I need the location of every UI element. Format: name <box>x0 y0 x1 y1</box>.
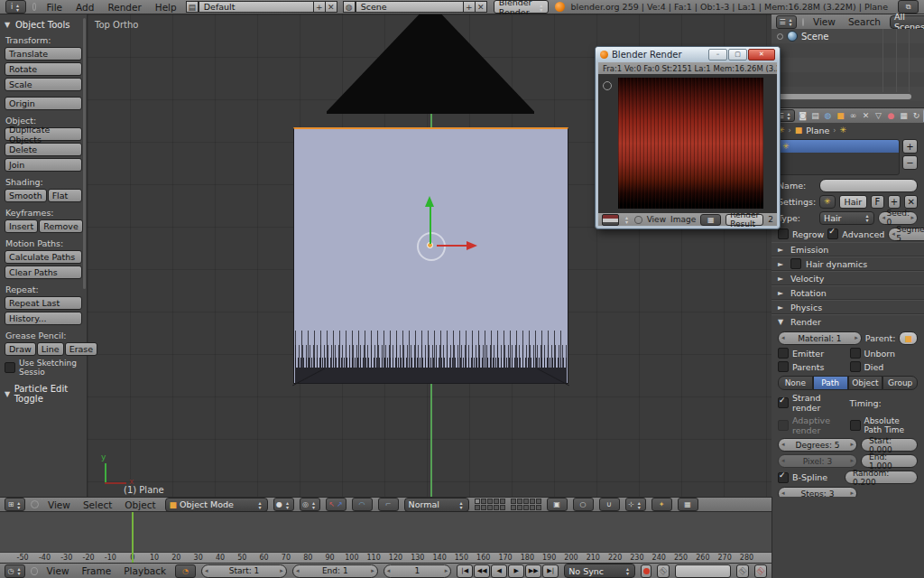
collapse-menus-dot[interactable] <box>802 18 804 26</box>
playback-button[interactable]: ▶ <box>508 564 524 578</box>
properties-tab-icon[interactable]: ✕ <box>860 109 872 122</box>
unlink-settings-button[interactable]: ✕ <box>904 195 918 209</box>
settings-name-field[interactable]: Hair <box>839 195 868 209</box>
keying-set-field[interactable] <box>675 564 731 578</box>
scenes-filter-dropdown[interactable]: All Scenes <box>890 15 924 29</box>
fake-user-button[interactable]: F <box>871 195 884 209</box>
image-datablock-name[interactable]: Render Result <box>725 214 763 226</box>
absolute-path-time-checkbox[interactable]: Absolute Path Time <box>850 416 919 434</box>
playback-button[interactable]: |◀ <box>457 564 473 578</box>
bspline-checkbox[interactable]: B-Spline <box>778 472 841 483</box>
random-field[interactable]: Random: 0.200 <box>845 471 918 484</box>
panel-render[interactable]: ▼ Render <box>772 314 924 328</box>
type-dropdown[interactable]: Hair <box>819 211 874 225</box>
playback-button[interactable]: ◀ <box>491 564 507 578</box>
parents-checkbox[interactable]: Parents <box>778 361 846 372</box>
remove-keyframe-button[interactable]: Remove <box>39 219 83 233</box>
delete-scene-button[interactable]: ✕ <box>475 1 487 13</box>
pivot-point-dropdown[interactable]: ◎ <box>300 498 320 511</box>
settings-browse-icon[interactable]: ✳ <box>819 195 836 209</box>
start-frame-field[interactable]: ◂Start: 1▸ <box>201 564 287 578</box>
menu-render[interactable]: Render <box>104 2 144 13</box>
render-engine-dropdown[interactable]: Blender Render <box>494 0 549 14</box>
layers-grid-left[interactable] <box>475 499 505 510</box>
playback-button[interactable]: ▶| <box>542 564 559 578</box>
calculate-paths-button[interactable]: Calculate Paths <box>5 250 82 264</box>
insert-keyframe-icon[interactable]: ⚿ <box>736 564 749 578</box>
delete-layout-button[interactable]: ✕ <box>325 1 337 13</box>
outliner-scrollbar[interactable] <box>775 94 911 99</box>
manipulator-y-axis[interactable] <box>430 206 431 244</box>
current-frame-field[interactable]: ◂1▸ <box>383 564 452 578</box>
manipulator-translate-icon[interactable]: ↖↗ <box>326 498 346 511</box>
scene-name[interactable]: Scene <box>356 1 464 13</box>
scene-icon[interactable]: ◍ <box>343 1 356 13</box>
menu-object[interactable]: Object <box>121 499 159 510</box>
editor-type-3dview-icon[interactable]: ⊞ <box>5 498 25 511</box>
repeat-last-button[interactable]: Repeat Last <box>5 296 82 310</box>
time-icon[interactable]: ◔ <box>175 564 196 578</box>
emitter-checkbox[interactable]: Emitter <box>778 348 846 359</box>
properties-tab-icon[interactable]: ↻ <box>910 109 922 122</box>
died-checkbox[interactable]: Died <box>850 361 919 372</box>
record-button[interactable] <box>641 564 651 578</box>
lock-to-scene-icon[interactable]: ▣ <box>547 498 568 511</box>
particle-system-slot-selected[interactable]: ✳ <box>779 140 899 153</box>
collapse-menus-dot[interactable] <box>634 216 642 224</box>
manipulator-scale-icon[interactable]: ⌐ <box>378 498 399 511</box>
use-sketching-checkbox[interactable] <box>5 362 15 373</box>
sync-dropdown[interactable]: No Sync <box>564 564 635 578</box>
rotate-button[interactable]: Rotate <box>5 62 82 76</box>
menu-playback[interactable]: Playback <box>120 565 170 576</box>
render-window-titlebar[interactable]: Blender Render – ▢ ✕ <box>596 47 780 61</box>
menu-search[interactable]: Search <box>845 16 884 27</box>
render-opengl-icon[interactable]: ✦ <box>651 498 672 511</box>
menu-view[interactable]: View <box>809 16 839 27</box>
panel-hair-dynamics[interactable]: ► Hair dynamics <box>772 256 924 271</box>
breadcrumb-object[interactable]: Plane <box>806 126 829 135</box>
collapse-menus-dot[interactable] <box>32 3 36 11</box>
menu-image[interactable]: Image <box>670 215 696 224</box>
expand-icon[interactable] <box>777 33 783 40</box>
erase-button[interactable]: Erase <box>65 342 98 356</box>
material-slider[interactable]: ◂Material: 1▸ <box>778 331 862 345</box>
editor-type-info-icon[interactable]: i <box>5 0 26 14</box>
screen-layout-icon[interactable]: ▤ <box>186 1 199 13</box>
proportional-edit-icon[interactable]: ○ <box>573 498 594 511</box>
menu-file[interactable]: File <box>42 2 66 13</box>
advanced-checkbox[interactable]: Advanced <box>827 228 884 239</box>
menu-view[interactable]: View <box>647 215 666 224</box>
render-window[interactable]: Blender Render – ▢ ✕ Fra:1 Ve:0 Fa:0 St:… <box>595 46 781 229</box>
seed-field[interactable]: ◂Seed: 0▸ <box>878 211 918 225</box>
panel-physics[interactable]: ► Physics <box>772 300 924 314</box>
timeline-ruler[interactable]: -50-40-30-20-100102030405060708090100110… <box>0 552 772 563</box>
menu-view[interactable]: View <box>43 565 73 576</box>
name-input[interactable] <box>819 179 918 192</box>
manipulator-rotate-icon[interactable]: ◠ <box>352 498 373 511</box>
insert-keyframe-button[interactable]: Insert <box>5 219 38 233</box>
camera-object[interactable] <box>327 14 534 114</box>
menu-frame[interactable]: Frame <box>79 565 116 576</box>
add-layout-button[interactable]: + <box>313 1 326 13</box>
parent-field[interactable]: ■ <box>899 331 918 345</box>
origin-button[interactable]: Origin <box>5 97 82 110</box>
end-field[interactable]: End: 1.000 <box>861 454 918 468</box>
collapse-menus-dot[interactable] <box>31 500 39 508</box>
history-button[interactable]: History... <box>5 312 82 325</box>
panel-velocity[interactable]: ► Velocity <box>772 271 924 285</box>
start-field[interactable]: Start: 0.000 <box>861 438 918 452</box>
editor-type-outliner-icon[interactable]: ☰ <box>776 15 797 29</box>
maximize-button[interactable]: ▢ <box>728 49 747 61</box>
regrow-checkbox[interactable]: Regrow <box>778 228 824 239</box>
manipulator-y-arrow-icon[interactable] <box>425 196 434 207</box>
mode-none-button[interactable]: None <box>778 376 813 390</box>
viewport-shading-dropdown[interactable]: ● <box>273 498 294 511</box>
scene-selector[interactable]: ◍ Scene + ✕ <box>344 1 487 13</box>
editor-type-stepper[interactable] <box>624 215 630 224</box>
playback-button[interactable]: ◀◀ <box>474 564 490 578</box>
adaptive-render-checkbox[interactable]: Adaptive render <box>778 415 846 435</box>
layers-grid-right[interactable] <box>511 499 541 510</box>
delete-button[interactable]: Delete <box>5 143 82 156</box>
current-frame-playhead[interactable] <box>132 512 134 563</box>
render-opengl-anim-icon[interactable]: ▦ <box>678 498 698 511</box>
